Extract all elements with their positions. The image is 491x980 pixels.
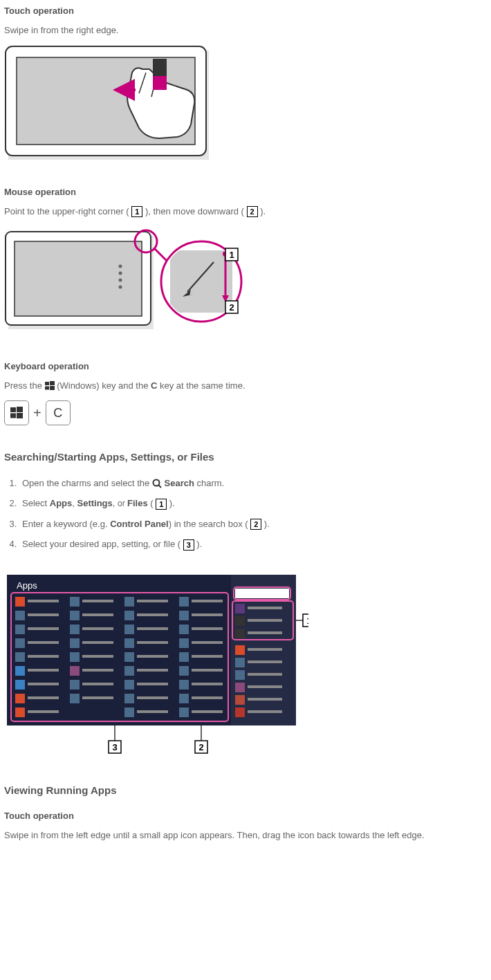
search-steps-list: Open the charms and select the Search ch… bbox=[4, 477, 487, 551]
svg-rect-102 bbox=[179, 694, 189, 703]
svg-text:Apps: Apps bbox=[17, 580, 37, 591]
svg-rect-73 bbox=[137, 613, 168, 616]
kb-text-post: key at the same time. bbox=[157, 380, 245, 391]
svg-rect-43 bbox=[28, 641, 59, 644]
svg-rect-75 bbox=[137, 627, 168, 630]
svg-rect-47 bbox=[28, 669, 59, 672]
svg-rect-70 bbox=[124, 597, 134, 607]
svg-rect-120 bbox=[235, 683, 245, 692]
windows-key-icon bbox=[45, 381, 55, 391]
svg-rect-98 bbox=[179, 666, 189, 676]
touch-op-text: Swipe in from the right edge. bbox=[4, 24, 487, 37]
svg-rect-91 bbox=[192, 613, 223, 616]
svg-rect-111 bbox=[248, 619, 282, 622]
svg-rect-124 bbox=[235, 708, 245, 717]
callout-1-icon: 1 bbox=[156, 499, 167, 510]
svg-rect-103 bbox=[192, 696, 223, 699]
svg-rect-56 bbox=[70, 611, 80, 620]
svg-rect-40 bbox=[15, 625, 25, 634]
svg-text:1: 1 bbox=[229, 250, 234, 260]
mouse-text-mid: ), then move downward ( bbox=[142, 206, 246, 216]
svg-rect-48 bbox=[15, 680, 25, 690]
svg-rect-109 bbox=[248, 607, 282, 609]
svg-rect-118 bbox=[235, 670, 245, 680]
svg-rect-81 bbox=[137, 669, 168, 672]
svg-rect-107 bbox=[235, 589, 289, 598]
svg-rect-105 bbox=[192, 710, 223, 713]
svg-rect-46 bbox=[15, 666, 25, 676]
svg-rect-96 bbox=[179, 652, 189, 662]
svg-text:3: 3 bbox=[112, 742, 117, 752]
svg-rect-100 bbox=[179, 680, 189, 690]
svg-rect-121 bbox=[248, 685, 282, 688]
svg-rect-42 bbox=[15, 638, 25, 648]
svg-rect-54 bbox=[70, 597, 80, 607]
svg-rect-41 bbox=[28, 627, 59, 630]
svg-rect-122 bbox=[235, 695, 245, 705]
svg-rect-104 bbox=[179, 708, 189, 717]
svg-text:1: 1 bbox=[306, 616, 308, 626]
mouse-text-post: ). bbox=[258, 206, 266, 216]
svg-rect-79 bbox=[137, 655, 168, 658]
svg-rect-110 bbox=[235, 616, 245, 626]
svg-rect-69 bbox=[82, 696, 113, 699]
mouse-op-text: Point to the upper-right corner ( 1 ), t… bbox=[4, 205, 487, 219]
svg-point-8 bbox=[119, 265, 122, 268]
svg-text:2: 2 bbox=[229, 302, 234, 313]
svg-rect-63 bbox=[82, 655, 113, 658]
kb-text-pre: Press the bbox=[4, 380, 45, 391]
search-step-4: Select your desired app, setting, or fil… bbox=[19, 537, 487, 551]
svg-rect-84 bbox=[124, 694, 134, 703]
svg-rect-38 bbox=[15, 611, 25, 620]
svg-rect-50 bbox=[15, 694, 25, 703]
svg-rect-25 bbox=[45, 387, 49, 390]
svg-rect-99 bbox=[192, 669, 223, 672]
svg-rect-59 bbox=[82, 627, 113, 630]
svg-rect-28 bbox=[17, 407, 23, 412]
svg-rect-61 bbox=[82, 641, 113, 644]
svg-rect-68 bbox=[70, 694, 80, 703]
svg-rect-27 bbox=[10, 407, 16, 412]
svg-rect-52 bbox=[15, 708, 25, 717]
svg-rect-57 bbox=[82, 613, 113, 616]
key-combo-illustration: + C bbox=[4, 400, 487, 425]
svg-rect-49 bbox=[28, 683, 59, 685]
svg-point-31 bbox=[153, 480, 159, 486]
svg-point-10 bbox=[119, 279, 122, 282]
svg-rect-77 bbox=[137, 641, 168, 644]
apps-search-illustration: Apps Search bbox=[4, 572, 487, 759]
callout-2-icon: 2 bbox=[247, 206, 258, 217]
svg-rect-90 bbox=[179, 611, 189, 620]
svg-rect-114 bbox=[235, 645, 245, 655]
keyboard-op-heading: Keyboard operation bbox=[4, 360, 487, 373]
svg-rect-86 bbox=[124, 708, 134, 717]
kb-text-mid: (Windows) key and the bbox=[55, 380, 151, 391]
svg-rect-76 bbox=[124, 638, 134, 648]
svg-rect-87 bbox=[137, 710, 168, 713]
running-apps-heading: Viewing Running Apps bbox=[4, 783, 487, 799]
svg-rect-74 bbox=[124, 625, 134, 634]
svg-rect-53 bbox=[28, 710, 59, 713]
search-step-3: Enter a keyword (e.g. Control Panel) in … bbox=[19, 517, 487, 531]
swipe-right-illustration bbox=[4, 45, 487, 166]
search-charm-icon bbox=[152, 479, 162, 488]
svg-rect-89 bbox=[192, 600, 223, 602]
svg-rect-93 bbox=[192, 627, 223, 630]
svg-rect-95 bbox=[192, 641, 223, 644]
svg-rect-101 bbox=[192, 683, 223, 685]
svg-rect-23 bbox=[45, 382, 49, 385]
svg-rect-44 bbox=[15, 652, 25, 662]
svg-rect-29 bbox=[10, 414, 16, 418]
svg-rect-39 bbox=[28, 613, 59, 616]
svg-rect-55 bbox=[82, 600, 113, 602]
svg-point-11 bbox=[119, 286, 122, 289]
svg-rect-115 bbox=[248, 648, 282, 651]
svg-line-32 bbox=[158, 486, 161, 488]
callout-3-icon: 3 bbox=[183, 539, 194, 551]
svg-rect-113 bbox=[248, 631, 282, 634]
svg-rect-30 bbox=[17, 413, 23, 418]
svg-rect-58 bbox=[70, 625, 80, 634]
svg-rect-97 bbox=[192, 655, 223, 658]
svg-rect-37 bbox=[28, 600, 59, 602]
svg-rect-88 bbox=[179, 597, 189, 607]
